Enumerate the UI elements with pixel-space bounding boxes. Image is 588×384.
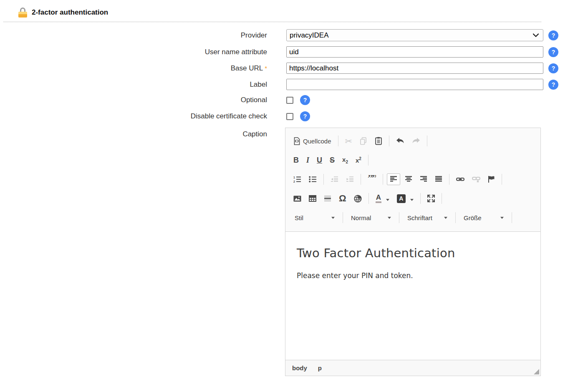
- align-left-button[interactable]: [387, 173, 400, 185]
- justify-icon: [435, 176, 442, 183]
- format-combo-caret-icon: [388, 217, 391, 219]
- subscript-button[interactable]: x2: [339, 153, 351, 167]
- paste-button[interactable]: [372, 134, 385, 148]
- form-row-username-attribute: User name attribute ?: [0, 46, 588, 58]
- anchor-button[interactable]: [485, 173, 498, 186]
- username-attribute-input[interactable]: [286, 46, 543, 58]
- format-combo[interactable]: Normal: [348, 212, 394, 224]
- path-item-body[interactable]: body: [292, 364, 307, 371]
- optional-checkbox[interactable]: [286, 97, 293, 104]
- styles-combo[interactable]: Stil: [291, 212, 338, 224]
- base-url-input[interactable]: [286, 63, 543, 74]
- label-help-icon[interactable]: ?: [548, 80, 558, 90]
- align-right-button[interactable]: [417, 173, 430, 185]
- maximize-icon: [427, 195, 435, 202]
- source-code-icon: [293, 137, 300, 145]
- format-combo-label: Normal: [351, 214, 371, 221]
- redo-button[interactable]: [409, 135, 423, 147]
- background-color-button[interactable]: A: [394, 192, 416, 206]
- background-color-caret-icon: [410, 199, 414, 201]
- bulleted-list-button[interactable]: [306, 173, 320, 185]
- caption-label: Caption: [0, 128, 267, 138]
- bold-icon: B: [293, 156, 299, 165]
- resize-handle[interactable]: [534, 369, 539, 374]
- anchor-flag-icon: [488, 176, 495, 183]
- numbered-list-button[interactable]: 12: [290, 173, 304, 185]
- form-row-label: Label ?: [0, 79, 588, 90]
- username-attribute-label: User name attribute: [0, 48, 267, 56]
- form-row-caption: Caption Quellcode ✂: [0, 128, 588, 376]
- optional-label: Optional: [0, 96, 267, 104]
- italic-button[interactable]: I: [303, 153, 312, 167]
- align-center-icon: [405, 176, 412, 183]
- align-center-button[interactable]: [402, 173, 415, 185]
- iframe-button[interactable]: [351, 192, 365, 205]
- username-attribute-help-icon[interactable]: ?: [548, 47, 558, 57]
- indent-icon: [346, 176, 354, 183]
- underline-icon: U: [317, 156, 322, 165]
- superscript-button[interactable]: x2: [353, 154, 364, 166]
- toolbar-row-5: Stil Normal Schriftart Grö: [290, 208, 537, 227]
- disable-cert-check-help-icon[interactable]: ?: [300, 111, 310, 121]
- superscript-icon: x2: [356, 156, 361, 164]
- svg-text:1: 1: [293, 176, 295, 179]
- link-icon: [456, 177, 464, 182]
- label-label: Label: [0, 80, 267, 89]
- cut-button[interactable]: ✂: [342, 134, 356, 148]
- table-button[interactable]: [306, 193, 319, 204]
- section-header: 2-factor authentication: [3, 6, 541, 22]
- provider-select[interactable]: privacyIDEA: [286, 29, 543, 41]
- size-combo[interactable]: Größe: [460, 212, 507, 224]
- font-combo[interactable]: Schriftart: [404, 212, 451, 224]
- label-input[interactable]: [286, 79, 543, 90]
- omega-icon: Ω: [339, 194, 346, 203]
- size-combo-label: Größe: [464, 214, 482, 221]
- link-button[interactable]: [453, 174, 467, 184]
- text-color-button[interactable]: A: [373, 191, 392, 206]
- bold-button[interactable]: B: [290, 153, 302, 167]
- subscript-icon: x2: [342, 156, 348, 164]
- background-color-icon: A: [397, 194, 406, 203]
- toolbar-row-1: Quellcode ✂: [290, 131, 537, 151]
- strikethrough-button[interactable]: S: [327, 153, 338, 167]
- outdent-button[interactable]: [328, 173, 341, 185]
- editor-path-bar: body p: [285, 360, 540, 376]
- special-char-button[interactable]: Ω: [336, 191, 349, 206]
- disable-cert-check-checkbox[interactable]: [286, 113, 293, 120]
- provider-selected-value: privacyIDEA: [290, 31, 329, 40]
- base-url-label: Base URL*: [0, 64, 267, 73]
- source-button[interactable]: Quellcode: [290, 135, 334, 148]
- outdent-icon: [331, 176, 338, 183]
- copy-icon: [360, 137, 367, 145]
- bulleted-list-icon: [309, 176, 317, 183]
- form-row-disable-cert-check: Disable certificate check ?: [0, 111, 588, 121]
- optional-help-icon[interactable]: ?: [300, 95, 310, 105]
- undo-arrow-icon: [396, 138, 404, 144]
- required-marker: *: [265, 65, 267, 72]
- source-button-label: Quellcode: [303, 138, 331, 145]
- undo-button[interactable]: [393, 135, 407, 147]
- underline-button[interactable]: U: [314, 153, 325, 167]
- chevron-down-icon: [533, 33, 539, 37]
- editor-content-area[interactable]: Two Factor Authentication Please enter y…: [285, 232, 540, 360]
- align-left-icon: [390, 176, 397, 183]
- unlink-button[interactable]: [469, 174, 483, 185]
- path-item-p[interactable]: p: [318, 364, 322, 371]
- image-button[interactable]: [290, 193, 304, 204]
- provider-help-icon[interactable]: ?: [548, 30, 558, 40]
- form-row-provider: Provider privacyIDEA ?: [0, 29, 588, 41]
- blockquote-button[interactable]: ””: [365, 173, 379, 186]
- editor-content-paragraph: Please enter your PIN and token.: [297, 271, 529, 280]
- two-factor-form: Provider privacyIDEA ? User name attribu…: [0, 29, 588, 376]
- copy-button[interactable]: [357, 135, 370, 148]
- justify-button[interactable]: [432, 173, 445, 185]
- maximize-button[interactable]: [424, 192, 438, 205]
- horizontal-rule-icon: [324, 195, 331, 202]
- base-url-help-icon[interactable]: ?: [548, 63, 558, 73]
- indent-button[interactable]: [343, 173, 357, 185]
- paste-clipboard-icon: [375, 137, 382, 145]
- horizontal-rule-button[interactable]: [321, 193, 334, 204]
- form-row-optional: Optional ?: [0, 95, 588, 105]
- editor-toolbar: Quellcode ✂: [285, 128, 540, 232]
- text-color-caret-icon: [386, 199, 389, 201]
